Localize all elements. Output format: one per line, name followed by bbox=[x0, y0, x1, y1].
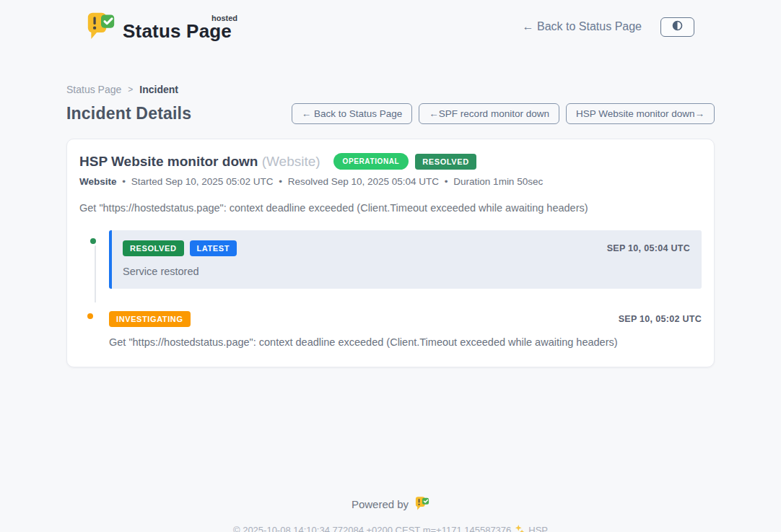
timeline-entry-timestamp: SEP 10, 05:04 UTC bbox=[607, 243, 690, 253]
meta-duration: Duration 1min 50sec bbox=[453, 176, 543, 187]
incident-card: HSP Website monitor down (Website) OPERA… bbox=[66, 139, 715, 367]
timeline-entry-badges: RESOLVED LATEST bbox=[123, 240, 237, 256]
back-to-status-page-button[interactable]: ← Back to Status Page bbox=[292, 103, 413, 124]
contrast-half-circle-icon bbox=[672, 20, 683, 33]
timeline-entry-badges: INVESTIGATING bbox=[109, 311, 191, 327]
breadcrumb: Status Page > Incident bbox=[66, 84, 715, 95]
timeline-entry-investigating: INVESTIGATING SEP 10, 05:02 UTC Get "htt… bbox=[109, 311, 702, 348]
title-row: Incident Details ← Back to Status Page ←… bbox=[66, 103, 715, 124]
resolved-badge: RESOLVED bbox=[123, 240, 184, 256]
powered-by-logo-icon[interactable] bbox=[415, 496, 429, 513]
timeline-entry-message: Get "https://hostedstatus.page": context… bbox=[109, 336, 702, 348]
incident-timeline: RESOLVED LATEST SEP 10, 05:04 UTC Servic… bbox=[79, 230, 702, 348]
incident-description: Get "https://hostedstatus.page": context… bbox=[79, 202, 702, 214]
timeline-connector-line bbox=[95, 243, 96, 302]
meta-started: Started Sep 10, 2025 05:02 UTC bbox=[131, 176, 274, 187]
incident-title: HSP Website monitor down (Website) bbox=[79, 154, 320, 170]
incident-title-text: HSP Website monitor down bbox=[79, 154, 258, 169]
footer: Powered by © 2025-10-08 14:10:34.772084 … bbox=[0, 496, 781, 532]
meta-separator: • bbox=[279, 176, 282, 187]
incident-nav-buttons: ← Back to Status Page ←SPF record monito… bbox=[292, 103, 715, 124]
timeline-entry-head: INVESTIGATING SEP 10, 05:02 UTC bbox=[109, 311, 702, 327]
meta-resolved: Resolved Sep 10, 2025 05:04 UTC bbox=[288, 176, 439, 187]
incident-component-label: (Website) bbox=[262, 154, 320, 169]
header-back-link[interactable]: ← Back to Status Page bbox=[523, 20, 642, 33]
header-actions: ← Back to Status Page bbox=[523, 17, 694, 37]
copyright-brand: HSP bbox=[528, 525, 548, 532]
timeline-dot-investigating bbox=[85, 311, 95, 321]
incident-badges: OPERATIONAL RESOLVED bbox=[333, 153, 476, 170]
brand-name: Status Page bbox=[123, 20, 232, 42]
app-logo[interactable]: Status Page hosted bbox=[87, 11, 236, 43]
meta-separator: • bbox=[122, 176, 126, 187]
powered-by: Powered by bbox=[352, 496, 429, 513]
meta-component: Website bbox=[79, 176, 117, 187]
timeline-entry-head: RESOLVED LATEST SEP 10, 05:04 UTC bbox=[123, 240, 690, 256]
main-content: Status Page > Incident Incident Details … bbox=[66, 84, 715, 367]
prev-incident-button[interactable]: ←SPF record monitor down bbox=[419, 103, 559, 124]
theme-toggle-button[interactable] bbox=[660, 17, 694, 37]
timeline-entry-message: Service restored bbox=[123, 266, 690, 277]
incident-title-row: HSP Website monitor down (Website) OPERA… bbox=[79, 153, 702, 170]
timeline-entry-timestamp: SEP 10, 05:02 UTC bbox=[619, 314, 702, 324]
timeline-dot-resolved bbox=[88, 236, 98, 246]
powered-by-label: Powered by bbox=[352, 498, 409, 510]
operational-status-badge: OPERATIONAL bbox=[333, 153, 409, 170]
breadcrumb-separator: > bbox=[128, 84, 133, 95]
page-title: Incident Details bbox=[66, 104, 191, 123]
next-incident-button[interactable]: HSP Website monitor down→ bbox=[566, 103, 715, 124]
sparkles-icon bbox=[515, 524, 525, 532]
breadcrumb-status-page[interactable]: Status Page bbox=[66, 84, 121, 95]
brand-superscript: hosted bbox=[211, 14, 237, 22]
timeline-entry-resolved: RESOLVED LATEST SEP 10, 05:04 UTC Servic… bbox=[109, 230, 702, 289]
breadcrumb-incident: Incident bbox=[139, 84, 178, 95]
copyright-line: © 2025-10-08 14:10:34.772084 +0200 CEST … bbox=[0, 524, 781, 532]
header: Status Page hosted ← Back to Status Page bbox=[87, 0, 694, 43]
latest-badge: LATEST bbox=[190, 240, 237, 256]
incident-meta-line: Website • Started Sep 10, 2025 05:02 UTC… bbox=[79, 176, 702, 187]
investigating-badge: INVESTIGATING bbox=[109, 311, 191, 327]
meta-separator: • bbox=[445, 176, 448, 187]
status-page-logo-icon bbox=[87, 11, 115, 43]
copyright-text: © 2025-10-08 14:10:34.772084 +0200 CEST … bbox=[233, 525, 511, 532]
resolved-state-badge: RESOLVED bbox=[415, 154, 476, 170]
